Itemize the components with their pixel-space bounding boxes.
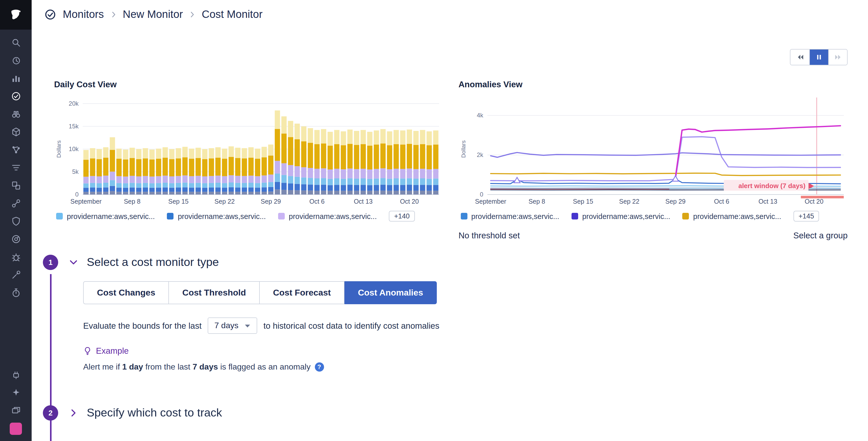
- sidebar-item-search[interactable]: [7, 37, 25, 48]
- sidebar-item-integrations[interactable]: [7, 369, 25, 380]
- svg-text:Oct 20: Oct 20: [804, 198, 823, 205]
- legend-item[interactable]: providername:aws,servic...: [571, 212, 670, 220]
- legend-item[interactable]: providername:aws,servic...: [278, 212, 377, 220]
- svg-text:0: 0: [75, 191, 79, 198]
- daily-cost-legend: providername:aws,servic...providername:a…: [54, 211, 443, 222]
- synthetics-icon: [10, 234, 21, 244]
- datadog-logo-icon[interactable]: [0, 0, 32, 30]
- step-2-title: Specify which cost to track: [87, 406, 222, 419]
- svg-text:20k: 20k: [69, 100, 79, 107]
- sidebar-item-history[interactable]: [7, 55, 25, 66]
- metrics-icon: [10, 73, 21, 84]
- sidebar-item-monitors[interactable]: [7, 90, 25, 101]
- sidebar-item-synthetics[interactable]: [7, 233, 25, 244]
- step-1-header: 1 Select a cost monitor type: [43, 255, 847, 270]
- legend-item[interactable]: providername:aws,servic...: [56, 212, 155, 220]
- sidebar-item-apm[interactable]: [7, 108, 25, 119]
- sidebar-item-infrastructure[interactable]: [7, 126, 25, 137]
- dashboards-icon: [10, 180, 21, 190]
- step-2-header: 2 Specify which cost to track: [43, 405, 847, 420]
- example-toggle[interactable]: Example: [83, 346, 129, 356]
- app-root: MonitorsNew MonitorCost Monitor Daily Co…: [0, 0, 868, 441]
- sidebar-item-workflows[interactable]: [7, 405, 25, 416]
- daily-cost-chart[interactable]: 05k10k15k20kDollarsSeptemberSep 8Sep 15S…: [54, 93, 443, 210]
- sidebar-item-ai[interactable]: [7, 387, 25, 398]
- select-a-group-link[interactable]: Select a group: [793, 231, 847, 240]
- example-sentence: Alert me if 1 day from the last 7 days i…: [83, 362, 847, 372]
- logs-icon: [10, 162, 21, 173]
- lightbulb-icon: [83, 347, 92, 355]
- anomalies-legend: providername:aws,servic...providername:a…: [459, 211, 847, 222]
- sidebar-item-servicemap[interactable]: [7, 198, 25, 209]
- sidebar-item-timer[interactable]: [7, 287, 25, 298]
- legend-swatch: [571, 213, 578, 219]
- tools-icon: [10, 269, 21, 280]
- history-icon: [10, 55, 21, 66]
- monitor-type-cost-forecast[interactable]: Cost Forecast: [260, 281, 345, 304]
- svg-text:Oct 13: Oct 13: [758, 198, 777, 205]
- breadcrumb-bar: MonitorsNew MonitorCost Monitor: [32, 0, 868, 29]
- monitor-type-cost-changes[interactable]: Cost Changes: [83, 281, 169, 304]
- servicemap-icon: [10, 198, 21, 208]
- svg-text:Oct 20: Oct 20: [400, 198, 419, 205]
- svg-text:Dollars: Dollars: [460, 140, 466, 158]
- rewind-button[interactable]: [790, 50, 809, 65]
- legend-more-badge[interactable]: +140: [389, 211, 415, 222]
- sidebar-item-logs[interactable]: [7, 162, 25, 173]
- anomalies-chart-panel: Anomalies View 02k4kDollarsSeptemberSep …: [459, 80, 847, 240]
- evaluate-window-value: 7 days: [214, 321, 238, 330]
- svg-text:Sep 15: Sep 15: [168, 198, 189, 205]
- sidebar-nav: [0, 30, 32, 441]
- chevron-down-icon[interactable]: [68, 257, 79, 267]
- user-avatar[interactable]: [10, 423, 22, 435]
- sidebar-item-dashboards[interactable]: [7, 180, 25, 191]
- svg-text:10k: 10k: [69, 145, 79, 152]
- step-1: 1 Select a cost monitor type Cost Change…: [43, 255, 847, 372]
- svg-text:Oct 13: Oct 13: [354, 198, 373, 205]
- legend-more-badge[interactable]: +145: [794, 211, 819, 222]
- legend-label: providername:aws,servic...: [67, 212, 155, 220]
- breadcrumb-item[interactable]: Monitors: [63, 8, 104, 21]
- breadcrumb-item: Cost Monitor: [202, 8, 262, 21]
- legend-label: providername:aws,servic...: [582, 212, 670, 220]
- fast-forward-button: [828, 50, 847, 65]
- legend-label: providername:aws,servic...: [178, 212, 266, 220]
- workflows-icon: [10, 405, 21, 416]
- processes-icon: [10, 144, 21, 155]
- sidebar-item-tools[interactable]: [7, 269, 25, 280]
- svg-text:Sep 15: Sep 15: [573, 198, 593, 205]
- monitors-icon: [44, 8, 57, 21]
- help-icon[interactable]: ?: [315, 362, 324, 372]
- svg-text:Sep 8: Sep 8: [124, 198, 140, 205]
- monitor-type-cost-threshold[interactable]: Cost Threshold: [169, 281, 260, 304]
- sidebar-item-metrics[interactable]: [7, 72, 25, 84]
- sidebar-item-bug[interactable]: [7, 251, 25, 262]
- breadcrumb-item[interactable]: New Monitor: [123, 8, 183, 21]
- evaluate-window-select[interactable]: 7 days: [208, 318, 257, 334]
- legend-item[interactable]: providername:aws,servic...: [167, 212, 266, 220]
- charts-row: Daily Cost View 05k10k15k20kDollarsSepte…: [54, 80, 847, 240]
- infrastructure-icon: [10, 126, 21, 137]
- ai-icon: [10, 387, 21, 398]
- svg-text:alert window (7 days): alert window (7 days): [738, 182, 805, 189]
- chevron-right-icon[interactable]: [68, 408, 79, 418]
- monitors-icon: [10, 91, 21, 101]
- evaluate-prefix: Evaluate the bounds for the last: [83, 321, 202, 330]
- legend-item[interactable]: providername:aws,servic...: [683, 212, 781, 220]
- sidebar-bottom-group: [7, 369, 25, 441]
- legend-swatch: [461, 213, 467, 219]
- anomalies-chart[interactable]: 02k4kDollarsSeptemberSep 8Sep 15Sep 22Se…: [459, 93, 847, 210]
- legend-item[interactable]: providername:aws,servic...: [461, 212, 559, 220]
- monitor-type-cost-anomalies[interactable]: Cost Anomalies: [345, 281, 437, 304]
- sidebar-item-processes[interactable]: [7, 144, 25, 155]
- svg-text:Sep 29: Sep 29: [261, 198, 281, 205]
- daily-cost-chart-title: Daily Cost View: [54, 80, 443, 89]
- sidebar-item-security[interactable]: [7, 215, 25, 227]
- breadcrumb-chevron-icon: [188, 10, 197, 19]
- step-2-badge: 2: [43, 405, 58, 420]
- svg-text:Sep 22: Sep 22: [215, 198, 235, 205]
- svg-text:0: 0: [480, 191, 483, 198]
- svg-text:Sep 8: Sep 8: [528, 198, 545, 205]
- svg-text:Dollars: Dollars: [56, 140, 62, 158]
- pause-button[interactable]: [809, 50, 828, 65]
